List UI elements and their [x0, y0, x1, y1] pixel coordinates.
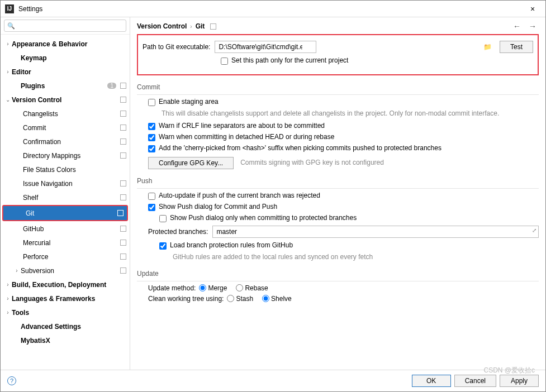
project-scope-icon: [120, 226, 126, 232]
project-scope-icon: [120, 194, 126, 200]
project-scope-icon: [120, 111, 126, 117]
enable-staging-label: Enable staging area: [159, 98, 219, 106]
update-section-title: Update: [137, 270, 539, 278]
stash-radio[interactable]: [227, 295, 234, 302]
help-icon[interactable]: ?: [7, 376, 16, 385]
crumb-vc[interactable]: Version Control: [137, 22, 187, 30]
nav-forward-icon[interactable]: →: [529, 22, 536, 31]
tree-languages[interactable]: ›Languages & Frameworks: [1, 291, 130, 305]
search-icon: 🔍: [7, 22, 15, 30]
project-scope-icon: [120, 97, 126, 103]
commit-section-title: Commit: [137, 83, 539, 91]
nav-back-icon[interactable]: ←: [513, 22, 521, 31]
project-scope-icon: [120, 125, 126, 131]
tree-editor[interactable]: ›Editor: [1, 65, 130, 79]
tree-keymap[interactable]: Keymap: [1, 51, 130, 65]
only-project-checkbox[interactable]: [221, 58, 228, 65]
divider: [137, 281, 539, 281]
cancel-button[interactable]: Cancel: [454, 375, 496, 387]
git-path-highlight: Path to Git executable: 📁 Test Set this …: [137, 34, 539, 75]
test-button[interactable]: Test: [500, 41, 533, 53]
expand-icon[interactable]: ⤢: [532, 227, 536, 233]
project-scope-icon: [117, 210, 124, 216]
folder-icon[interactable]: 📁: [483, 43, 492, 51]
gpg-hint: Commits signing with GPG key is not conf…: [240, 158, 384, 168]
tree-tools[interactable]: ›Tools: [1, 305, 130, 319]
sidebar: 🔍 ›Appearance & Behavior Keymap ›Editor …: [1, 17, 130, 370]
git-path-input[interactable]: [215, 41, 316, 53]
tree-mybatisx[interactable]: MybatisX: [1, 333, 130, 347]
project-scope-icon: [210, 23, 216, 30]
rebase-radio[interactable]: [236, 284, 243, 291]
git-path-label: Path to Git executable:: [143, 43, 210, 51]
plugins-badge: 1: [107, 83, 116, 89]
clean-label: Clean working tree using:: [148, 295, 224, 303]
warn-crlf-checkbox[interactable]: [148, 123, 155, 130]
warn-detached-label: Warn when committing in detached HEAD or…: [159, 133, 334, 141]
tree-appearance[interactable]: ›Appearance & Behavior: [1, 37, 130, 51]
chevron-right-icon: ›: [4, 281, 12, 288]
tree-git[interactable]: Git: [3, 206, 127, 220]
window-title: Settings: [18, 5, 524, 13]
show-push-dialog-label: Show Push dialog for Commit and Push: [159, 203, 277, 211]
tree-subversion[interactable]: ›Subversion: [1, 264, 130, 278]
show-push-dialog-checkbox[interactable]: [148, 204, 155, 211]
divider: [137, 94, 539, 95]
tree-plugins[interactable]: Plugins1: [1, 79, 130, 93]
breadcrumb: Version Control › Git ← →: [130, 17, 545, 34]
project-scope-icon: [120, 138, 126, 145]
project-scope-icon: [120, 180, 126, 187]
configure-gpg-button[interactable]: Configure GPG Key...: [148, 157, 234, 169]
tree-confirmation[interactable]: Confirmation: [1, 135, 130, 149]
chevron-right-icon: ›: [13, 267, 21, 274]
update-method-label: Update method:: [148, 284, 196, 292]
chevron-right-icon: ›: [4, 41, 12, 47]
tree-shelf[interactable]: Shelf: [1, 190, 130, 204]
merge-label: Merge: [208, 284, 227, 292]
show-push-protected-label: Show Push dialog only when committing to…: [170, 214, 357, 222]
crumb-git: Git: [196, 22, 205, 30]
tree-build[interactable]: ›Build, Execution, Deployment: [1, 278, 130, 291]
cherry-pick-checkbox[interactable]: [148, 145, 155, 152]
close-icon[interactable]: ×: [524, 4, 541, 13]
merge-radio[interactable]: [199, 284, 206, 291]
protected-branches-input[interactable]: [212, 226, 539, 238]
apply-button[interactable]: Apply: [500, 375, 539, 387]
tree-perforce[interactable]: Perforce: [1, 250, 130, 264]
enable-staging-checkbox[interactable]: [148, 99, 155, 106]
auto-update-label: Auto-update if push of the current branc…: [159, 192, 320, 199]
load-rules-checkbox[interactable]: [159, 242, 167, 250]
load-rules-label: Load branch protection rules from GitHub: [170, 241, 293, 249]
search-box: 🔍: [1, 17, 130, 35]
app-logo: IJ: [5, 4, 14, 13]
tree-github[interactable]: GitHub: [1, 222, 130, 236]
divider: [137, 188, 539, 189]
cherry-pick-label: Add the 'cherry-picked from <hash>' suff…: [159, 144, 441, 152]
tree-changelists[interactable]: Changelists: [1, 107, 130, 121]
shelve-radio[interactable]: [262, 295, 269, 302]
tree-mercurial[interactable]: Mercurial: [1, 236, 130, 250]
warn-detached-checkbox[interactable]: [148, 134, 155, 141]
push-section-title: Push: [137, 177, 539, 185]
tree-directory-mappings[interactable]: Directory Mappings: [1, 149, 130, 162]
shelve-label: Shelve: [271, 295, 292, 303]
tree-commit[interactable]: Commit: [1, 121, 130, 135]
project-scope-icon: [120, 267, 126, 274]
project-scope-icon: [120, 152, 126, 159]
project-scope-icon: [120, 240, 126, 246]
tree-advanced[interactable]: Advanced Settings: [1, 319, 130, 333]
ok-button[interactable]: OK: [412, 375, 451, 387]
project-scope-icon: [120, 83, 126, 89]
show-push-protected-checkbox[interactable]: [159, 215, 167, 222]
protected-branches-label: Protected branches:: [148, 228, 208, 236]
tree-file-status-colors[interactable]: File Status Colors: [1, 162, 130, 176]
settings-tree: ›Appearance & Behavior Keymap ›Editor Pl…: [1, 35, 130, 370]
chevron-down-icon: ⌄: [4, 97, 12, 103]
search-input[interactable]: [4, 20, 126, 32]
auto-update-checkbox[interactable]: [148, 193, 155, 200]
stash-label: Stash: [236, 295, 253, 303]
footer: ? OK Cancel Apply: [1, 370, 545, 391]
tree-version-control[interactable]: ⌄Version Control: [1, 93, 130, 107]
tree-issue-navigation[interactable]: Issue Navigation: [1, 176, 130, 190]
chevron-right-icon: ›: [4, 295, 12, 302]
